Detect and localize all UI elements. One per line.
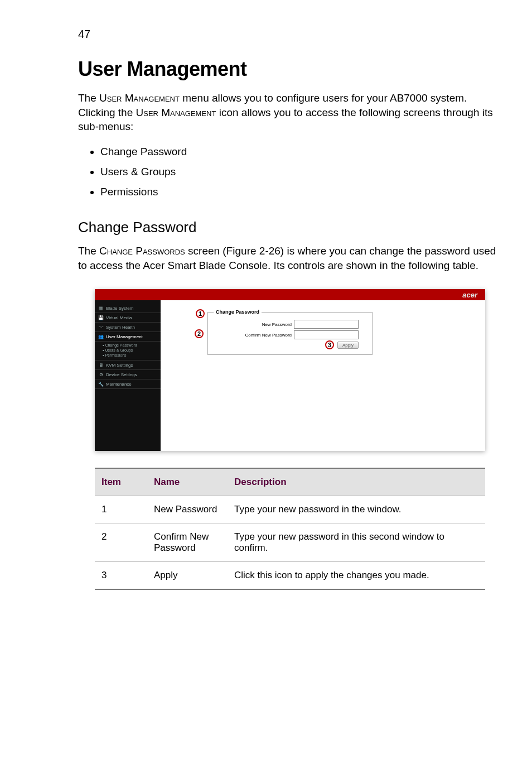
intro-smallcaps-1: User Management xyxy=(99,92,180,104)
sidebar-submenu: Change Password Users & Groups Permissio… xyxy=(95,342,161,361)
sidebar-item-label: User Management xyxy=(106,334,143,339)
kvm-icon: 🖥 xyxy=(98,362,104,368)
table-row: 2 Confirm New Password Type your new pas… xyxy=(95,523,485,562)
new-password-label: New Password xyxy=(262,322,292,327)
bullet-users-groups: Users & Groups xyxy=(100,162,499,182)
content-area: 1 Change Password New Password 2 Confirm… xyxy=(161,300,485,451)
callout-2: 2 xyxy=(195,329,204,338)
heading-change-password: Change Password xyxy=(78,219,499,236)
change-password-paragraph: The Change Passwords screen (Figure 2-26… xyxy=(78,244,499,272)
sidebar-item-kvm-settings[interactable]: 🖥 KVM Settings xyxy=(95,361,161,370)
callout-3: 3 xyxy=(325,340,334,349)
apply-row: 3 Apply xyxy=(214,342,359,349)
table-header-row: Item Name Description xyxy=(95,468,485,496)
sidebar-item-maintenance[interactable]: 🔧 Maintenance xyxy=(95,379,161,389)
sidebar-item-label: Virtual Media xyxy=(106,315,132,320)
cell-name: Confirm New Password xyxy=(147,523,228,562)
sidebar-item-label: Device Settings xyxy=(106,372,137,377)
sidebar-subitem-permissions[interactable]: Permissions xyxy=(103,353,161,358)
callout-1: 1 xyxy=(196,309,205,318)
health-icon: 〰 xyxy=(98,324,104,330)
confirm-password-label: Confirm New Password xyxy=(245,333,292,338)
change-password-fieldset: 1 Change Password New Password 2 Confirm… xyxy=(207,309,373,355)
bullet-list: Change Password Users & Groups Permissio… xyxy=(78,142,499,202)
cp-smallcaps: Change Passwords xyxy=(99,245,185,257)
cp-pre: The xyxy=(78,245,99,257)
table-row: 1 New Password Type your new password in… xyxy=(95,496,485,523)
blade-icon: ▦ xyxy=(98,305,104,311)
sidebar-item-label: KVM Settings xyxy=(106,363,133,368)
intro-pre: The xyxy=(78,92,99,104)
cell-item: 2 xyxy=(95,523,147,562)
apply-button[interactable]: Apply xyxy=(337,342,359,349)
cell-name: Apply xyxy=(147,562,228,590)
intro-paragraph: The User Management menu allows you to c… xyxy=(78,91,499,134)
sidebar-item-blade-system[interactable]: ▦ Blade System xyxy=(95,304,161,313)
sidebar-item-label: Maintenance xyxy=(106,382,132,387)
cell-item: 1 xyxy=(95,496,147,523)
page-number: 47 xyxy=(78,28,499,41)
sidebar-item-system-health[interactable]: 〰 System Health xyxy=(95,323,161,332)
brand-logo: acer xyxy=(462,291,477,299)
gear-icon: ⚙ xyxy=(98,372,104,377)
new-password-input[interactable] xyxy=(294,320,359,329)
fieldset-legend: Change Password xyxy=(214,309,262,315)
th-description: Description xyxy=(228,468,485,496)
cell-name: New Password xyxy=(147,496,228,523)
confirm-password-input[interactable] xyxy=(294,330,359,339)
table-row: 3 Apply Click this icon to apply the cha… xyxy=(95,562,485,590)
th-item: Item xyxy=(95,468,147,496)
cell-desc: Type your new password in this second wi… xyxy=(228,523,485,562)
cell-desc: Type your new password in the window. xyxy=(228,496,485,523)
controls-table: Item Name Description 1 New Password Typ… xyxy=(95,468,485,590)
users-icon: 👥 xyxy=(98,334,104,339)
sidebar-item-label: System Health xyxy=(106,325,135,330)
cell-item: 3 xyxy=(95,562,147,590)
sidebar-item-label: Blade System xyxy=(106,306,133,311)
app-header: acer xyxy=(95,289,485,300)
bullet-change-password: Change Password xyxy=(100,142,499,162)
sidebar-item-device-settings[interactable]: ⚙ Device Settings xyxy=(95,370,161,379)
confirm-password-row: 2 Confirm New Password xyxy=(214,330,359,339)
bullet-permissions: Permissions xyxy=(100,182,499,202)
cell-desc: Click this icon to apply the changes you… xyxy=(228,562,485,590)
th-name: Name xyxy=(147,468,228,496)
heading-user-management: User Management xyxy=(78,57,499,81)
wrench-icon: 🔧 xyxy=(98,381,104,387)
sidebar-item-user-management[interactable]: 👥 User Management xyxy=(95,332,161,342)
sidebar-subitem-users-groups[interactable]: Users & Groups xyxy=(103,348,161,353)
figure-2-26: acer ▦ Blade System 💾 Virtual Media 〰 Sy… xyxy=(95,289,485,451)
apply-wrap: 3 Apply xyxy=(325,342,359,349)
new-password-row: New Password xyxy=(214,320,359,329)
sidebar: ▦ Blade System 💾 Virtual Media 〰 System … xyxy=(95,300,161,451)
sidebar-subitem-change-password[interactable]: Change Password xyxy=(103,343,161,348)
intro-smallcaps-2: User Management xyxy=(136,107,216,118)
media-icon: 💾 xyxy=(98,315,104,320)
sidebar-item-virtual-media[interactable]: 💾 Virtual Media xyxy=(95,313,161,323)
